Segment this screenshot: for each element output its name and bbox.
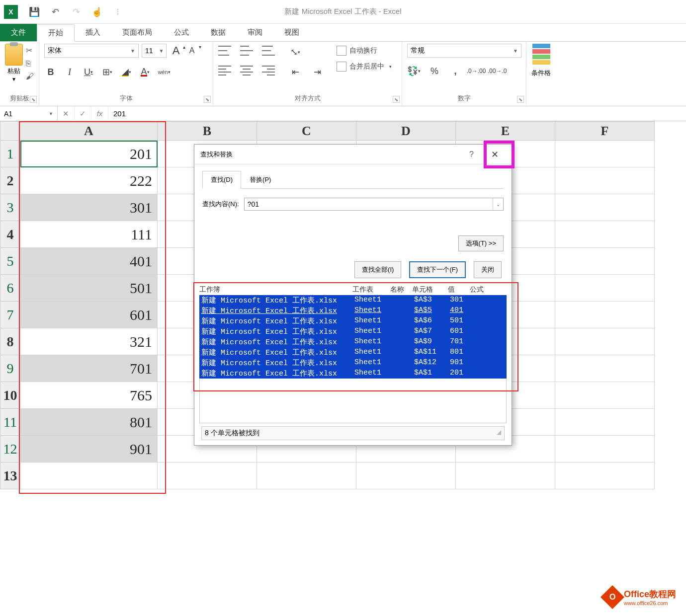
alignment-launcher[interactable]: ⬊ bbox=[393, 96, 400, 103]
cell[interactable]: 301 bbox=[20, 194, 158, 221]
cell[interactable] bbox=[456, 462, 555, 489]
row-header[interactable]: 2 bbox=[0, 167, 20, 194]
row-header[interactable]: 4 bbox=[0, 221, 20, 248]
row-header[interactable]: 12 bbox=[0, 436, 20, 462]
font-color-button[interactable]: A▾ bbox=[139, 66, 152, 78]
cell[interactable]: 701 bbox=[20, 355, 158, 382]
cell[interactable] bbox=[555, 409, 655, 436]
cancel-button[interactable]: ✕ bbox=[58, 106, 75, 121]
cell[interactable] bbox=[555, 248, 655, 275]
decrease-decimal-button[interactable]: .00→.0 bbox=[491, 65, 504, 77]
cell[interactable] bbox=[555, 436, 655, 462]
cell[interactable] bbox=[555, 382, 655, 409]
cell[interactable]: 222 bbox=[20, 167, 158, 194]
column-header[interactable]: C bbox=[257, 122, 356, 141]
header-name[interactable]: 名称 bbox=[390, 285, 412, 294]
row-header[interactable]: 8 bbox=[0, 328, 20, 355]
font-launcher[interactable]: ⬊ bbox=[204, 96, 211, 103]
close-button[interactable]: ✕ bbox=[484, 145, 506, 164]
results-list[interactable]: 新建 Microsoft Excel 工作表.xlsx Sheet1 $A$3 … bbox=[199, 295, 507, 379]
result-row[interactable]: 新建 Microsoft Excel 工作表.xlsx Sheet1 $A$7 … bbox=[199, 326, 507, 337]
accounting-format-button[interactable]: 💱▾ bbox=[407, 65, 420, 77]
header-value[interactable]: 值 bbox=[448, 285, 470, 294]
bold-button[interactable]: B bbox=[44, 66, 57, 78]
tab-file[interactable]: 文件 bbox=[0, 24, 37, 41]
cell[interactable]: 201 bbox=[20, 141, 158, 167]
cell[interactable] bbox=[555, 167, 655, 194]
number-launcher[interactable]: ⬊ bbox=[517, 96, 524, 103]
undo-button[interactable]: ↶ bbox=[48, 4, 63, 19]
options-button[interactable]: 选项(T) >> bbox=[458, 235, 504, 251]
column-header[interactable]: D bbox=[356, 122, 456, 141]
dialog-titlebar[interactable]: 查找和替换 ? ✕ bbox=[194, 145, 512, 164]
cell[interactable] bbox=[257, 462, 356, 489]
merge-center-button[interactable]: 合并后居中▾ bbox=[337, 62, 392, 72]
wrap-text-button[interactable]: 自动换行 bbox=[337, 46, 392, 56]
result-row[interactable]: 新建 Microsoft Excel 工作表.xlsx Sheet1 $A$11… bbox=[199, 347, 507, 358]
tab-view[interactable]: 视图 bbox=[273, 24, 310, 41]
find-next-button[interactable]: 查找下一个(F) bbox=[409, 261, 466, 278]
cell[interactable]: 901 bbox=[20, 436, 158, 462]
formula-input[interactable]: 201 bbox=[108, 106, 686, 121]
chevron-down-icon[interactable]: ⌄ bbox=[493, 198, 503, 210]
cell[interactable]: 801 bbox=[20, 409, 158, 436]
indent-increase-button[interactable]: ⇥ bbox=[311, 66, 324, 78]
cell[interactable]: 401 bbox=[20, 248, 158, 275]
header-workbook[interactable]: 工作簿 bbox=[199, 285, 352, 294]
row-header[interactable]: 11 bbox=[0, 409, 20, 436]
row-header[interactable]: 9 bbox=[0, 355, 20, 382]
align-left-button[interactable] bbox=[218, 66, 231, 76]
orientation-button[interactable]: ⤡▾ bbox=[289, 46, 302, 59]
save-button[interactable]: 💾 bbox=[27, 4, 42, 19]
borders-button[interactable]: ⊞▾ bbox=[101, 66, 114, 78]
row-header[interactable]: 7 bbox=[0, 302, 20, 328]
cell[interactable]: 111 bbox=[20, 221, 158, 248]
name-box[interactable]: A1▼ bbox=[0, 106, 58, 121]
fx-button[interactable]: fx bbox=[91, 106, 108, 121]
result-row[interactable]: 新建 Microsoft Excel 工作表.xlsx Sheet1 $A$12… bbox=[199, 358, 507, 368]
row-header[interactable]: 13 bbox=[0, 462, 20, 489]
tab-insert[interactable]: 插入 bbox=[75, 24, 111, 41]
clipboard-launcher[interactable]: ⬊ bbox=[30, 96, 37, 103]
row-header[interactable]: 5 bbox=[0, 248, 20, 275]
header-worksheet[interactable]: 工作表 bbox=[352, 285, 390, 294]
cell[interactable] bbox=[555, 141, 655, 167]
align-center-button[interactable] bbox=[240, 66, 253, 76]
result-row[interactable]: 新建 Microsoft Excel 工作表.xlsx Sheet1 $A$5 … bbox=[199, 306, 507, 316]
cell[interactable] bbox=[158, 462, 257, 489]
cell[interactable] bbox=[555, 462, 655, 489]
fill-color-button[interactable]: ◢▾ bbox=[120, 66, 133, 78]
tab-data[interactable]: 数据 bbox=[200, 24, 237, 41]
format-painter-icon[interactable]: 🖌 bbox=[26, 72, 34, 81]
row-header[interactable]: 10 bbox=[0, 382, 20, 409]
comma-button[interactable]: , bbox=[449, 65, 462, 77]
paste-button[interactable]: 粘贴 ▼ bbox=[5, 44, 23, 82]
font-size-combo[interactable]: 11▼ bbox=[142, 44, 167, 58]
cell[interactable] bbox=[356, 462, 456, 489]
align-bottom-button[interactable] bbox=[262, 46, 275, 56]
indent-decrease-button[interactable]: ⇤ bbox=[289, 66, 302, 78]
help-button[interactable]: ? bbox=[469, 150, 474, 159]
column-header[interactable]: F bbox=[555, 122, 655, 141]
cell[interactable] bbox=[555, 328, 655, 355]
tab-formulas[interactable]: 公式 bbox=[163, 24, 200, 41]
row-header[interactable]: 1 bbox=[0, 141, 20, 167]
increase-font-button[interactable]: A▴ bbox=[170, 44, 182, 57]
result-row[interactable]: 新建 Microsoft Excel 工作表.xlsx Sheet1 $A$1 … bbox=[199, 368, 507, 379]
tab-find[interactable]: 查找(D) bbox=[202, 171, 241, 189]
select-all-corner[interactable] bbox=[0, 122, 20, 141]
cell[interactable] bbox=[555, 275, 655, 302]
find-all-button[interactable]: 查找全部(I) bbox=[354, 261, 401, 278]
result-row[interactable]: 新建 Microsoft Excel 工作表.xlsx Sheet1 $A$9 … bbox=[199, 337, 507, 347]
redo-button[interactable]: ↷ bbox=[69, 4, 84, 19]
phonetic-button[interactable]: wén▾ bbox=[158, 66, 171, 78]
align-top-button[interactable] bbox=[218, 46, 231, 56]
find-input[interactable]: ?01 ⌄ bbox=[244, 198, 504, 211]
column-header[interactable]: B bbox=[158, 122, 257, 141]
cell[interactable] bbox=[555, 194, 655, 221]
align-right-button[interactable] bbox=[262, 66, 275, 76]
cell[interactable]: 321 bbox=[20, 328, 158, 355]
decrease-font-button[interactable]: A▾ bbox=[185, 44, 198, 57]
percent-button[interactable]: % bbox=[428, 65, 441, 77]
cell[interactable]: 765 bbox=[20, 382, 158, 409]
